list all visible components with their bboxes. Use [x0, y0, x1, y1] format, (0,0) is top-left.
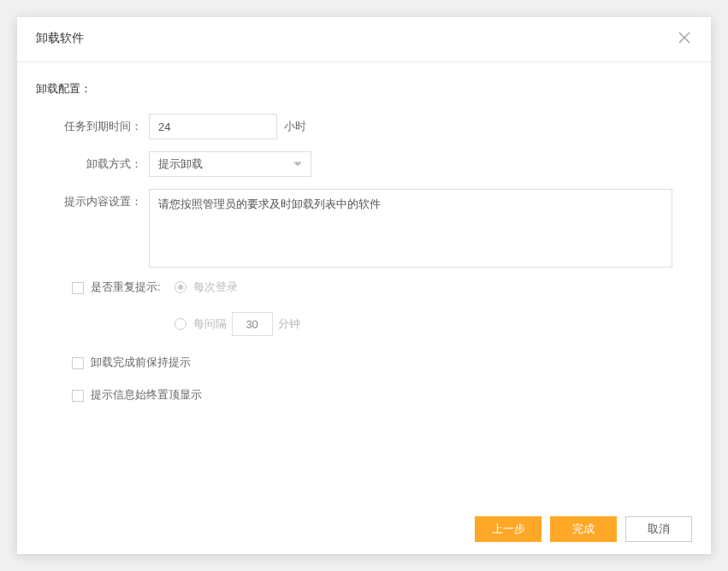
- radio-row-login: 每次登录: [175, 280, 300, 295]
- chevron-down-icon: [293, 162, 302, 167]
- interval-input[interactable]: [232, 312, 273, 336]
- repeat-checkbox[interactable]: [72, 282, 84, 294]
- expire-unit: 小时: [284, 119, 306, 134]
- prompt-label: 提示内容设置：: [36, 189, 149, 215]
- method-value: 提示卸载: [158, 156, 203, 172]
- row-always-top: 提示信息始终置顶显示: [72, 387, 692, 403]
- expire-input[interactable]: [149, 114, 277, 139]
- keep-prompt-checkbox[interactable]: [72, 357, 84, 369]
- method-select[interactable]: 提示卸载: [149, 151, 311, 177]
- always-top-label: 提示信息始终置顶显示: [91, 387, 202, 403]
- method-label: 卸载方式：: [36, 151, 149, 177]
- dialog-footer: 上一步 完成 取消: [17, 504, 711, 554]
- repeat-label: 是否重复提示:: [91, 280, 161, 295]
- dialog-title: 卸载软件: [36, 31, 84, 46]
- row-method: 卸载方式： 提示卸载: [36, 151, 692, 177]
- row-repeat: 是否重复提示: 每次登录 每间隔 分钟: [72, 280, 692, 344]
- section-title: 卸载配置：: [36, 81, 692, 97]
- finish-button[interactable]: 完成: [550, 516, 617, 542]
- prompt-textarea[interactable]: [149, 189, 672, 268]
- always-top-checkbox[interactable]: [72, 390, 84, 402]
- cancel-button[interactable]: 取消: [625, 516, 692, 542]
- expire-label: 任务到期时间：: [36, 114, 149, 139]
- interval-unit: 分钟: [278, 316, 300, 332]
- radio-row-interval: 每间隔 分钟: [175, 312, 300, 336]
- expire-control: 小时: [149, 114, 306, 139]
- repeat-radio-group: 每次登录 每间隔 分钟: [175, 280, 300, 344]
- method-control: 提示卸载: [149, 151, 311, 177]
- row-expire: 任务到期时间： 小时: [36, 114, 692, 139]
- row-prompt: 提示内容设置：: [36, 189, 692, 268]
- radio-each-login[interactable]: [175, 281, 186, 293]
- close-button[interactable]: [678, 32, 692, 45]
- radio-each-login-label: 每次登录: [193, 280, 238, 295]
- uninstall-dialog: 卸载软件 卸载配置： 任务到期时间： 小时 卸载方式： 提示卸载 提示内容设置：: [17, 17, 711, 554]
- prompt-control: [149, 189, 672, 268]
- radio-interval[interactable]: [175, 318, 186, 330]
- keep-prompt-label: 卸载完成前保持提示: [91, 355, 191, 370]
- radio-interval-prefix: 每间隔: [193, 316, 227, 332]
- dialog-header: 卸载软件: [17, 17, 711, 62]
- dialog-body: 卸载配置： 任务到期时间： 小时 卸载方式： 提示卸载 提示内容设置：: [17, 62, 711, 504]
- row-keep-prompt: 卸载完成前保持提示: [72, 355, 692, 370]
- prev-button[interactable]: 上一步: [475, 516, 542, 542]
- close-icon: [678, 32, 690, 44]
